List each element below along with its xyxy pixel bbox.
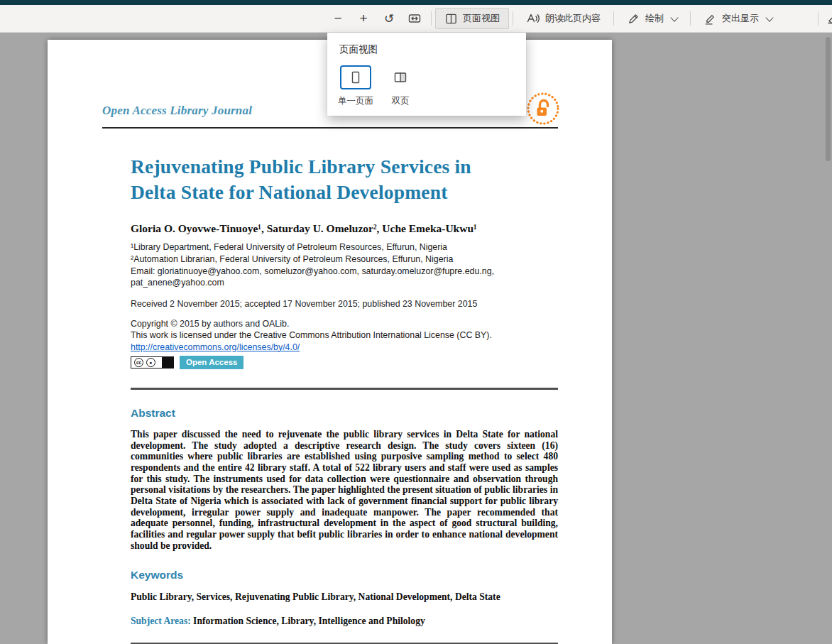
single-page-label: 单一页面 <box>338 95 373 107</box>
article-title-line2: Delta State for National Development <box>131 181 448 203</box>
two-page-label: 双页 <box>392 95 410 107</box>
draw-button[interactable]: 绘制 <box>618 8 686 29</box>
open-access-badge: Open Access <box>180 356 243 369</box>
copyright-line1: Copyright © 2015 by authors and OALib. <box>131 318 558 329</box>
highlighter-icon <box>704 12 717 26</box>
draw-pen-icon <box>627 12 640 26</box>
section-divider-top <box>131 388 558 390</box>
window-top-strip <box>0 0 832 5</box>
cc-badge-end <box>162 357 173 368</box>
fit-to-width-button[interactable] <box>402 8 427 29</box>
copyright-block: Copyright © 2015 by authors and OALib. T… <box>131 318 558 353</box>
subject-areas-text: Information Science, Library, Intelligen… <box>193 616 425 626</box>
chevron-down-icon <box>765 13 773 21</box>
chevron-down-icon <box>670 13 678 21</box>
page-view-menu-title: 页面视图 <box>327 33 526 56</box>
pdf-page: Open Access Library Journal Rejuvenating… <box>48 40 612 644</box>
dates-line: Received 2 November 2015; accepted 17 No… <box>131 299 558 309</box>
draw-label: 绘制 <box>645 12 664 25</box>
rotate-button[interactable]: ↺ <box>376 8 402 29</box>
affiliation-1: ¹Library Department, Federal University … <box>131 241 558 253</box>
toolbar-separator <box>818 11 819 26</box>
keywords-text: Public Library, Services, Rejuvenating P… <box>131 591 558 603</box>
article-title: Rejuvenating Public Library Services in … <box>131 154 558 205</box>
section-divider-bottom <box>131 643 558 644</box>
read-aloud-button[interactable]: 朗读此页内容 <box>517 8 610 29</box>
eraser-button[interactable] <box>821 8 832 29</box>
abstract-text: This paper discussed the need to rejuven… <box>131 429 558 552</box>
single-page-icon[interactable] <box>340 65 371 89</box>
article-body: Rejuvenating Public Library Services in … <box>131 154 558 644</box>
keywords-heading: Keywords <box>131 569 558 582</box>
two-page-icon[interactable] <box>385 65 416 89</box>
page-view-options: 单一页面 双页 <box>327 56 526 107</box>
highlight-button[interactable]: 突出显示 <box>694 8 782 29</box>
option-two-pages[interactable]: 双页 <box>385 65 416 107</box>
toolbar-separator <box>690 11 691 26</box>
article-title-line1: Rejuvenating Public Library Services in <box>131 155 471 178</box>
toolbar-separator <box>431 11 432 26</box>
cc-by-badge: cc ● <box>131 356 174 369</box>
authors-line: Gloria O. Oyovwe-Tinuoye¹, Saturday U. O… <box>131 222 558 235</box>
zoom-in-button[interactable]: + <box>351 8 376 29</box>
affiliations-block: ¹Library Department, Federal University … <box>131 241 558 289</box>
option-single-page[interactable]: 单一页面 <box>338 65 373 107</box>
page-view-button[interactable]: 页面视图 <box>435 8 509 29</box>
pdf-toolbar: − + ↺ 页面视图 朗读此页内容 绘制 <box>0 5 832 33</box>
page-view-menu: 页面视图 单一页面 双页 <box>327 33 526 116</box>
vertical-scrollbar[interactable] <box>826 37 831 161</box>
subject-areas-label: Subject Areas: <box>131 616 191 626</box>
subject-areas-line: Subject Areas: Information Science, Libr… <box>131 616 558 627</box>
affiliation-2: ²Automation Librarian, Federal Universit… <box>131 253 558 266</box>
page-view-icon <box>444 12 458 26</box>
open-access-logo <box>525 91 561 126</box>
highlight-label: 突出显示 <box>722 12 759 25</box>
abstract-heading: Abstract <box>131 407 558 420</box>
cc-person-icon: ● <box>146 358 155 367</box>
fit-to-width-icon <box>407 11 422 26</box>
copyright-line2: This work is licensed under the Creative… <box>131 329 558 341</box>
toolbar-separator <box>613 11 614 26</box>
read-aloud-label: 朗读此页内容 <box>545 12 601 25</box>
eraser-icon <box>826 11 832 26</box>
read-aloud-icon <box>526 11 540 26</box>
cc-icon: cc <box>134 358 143 367</box>
license-badges: cc ● Open Access <box>131 356 558 369</box>
license-link[interactable]: http://creativecommons.org/licenses/by/4… <box>131 342 300 352</box>
toolbar-separator <box>513 11 513 26</box>
header-rule <box>102 127 558 129</box>
page-view-label: 页面视图 <box>463 12 500 25</box>
email-line: Email: gloriatinuoye@yahoo.com, someluzo… <box>131 266 558 290</box>
zoom-out-button[interactable]: − <box>325 8 351 29</box>
